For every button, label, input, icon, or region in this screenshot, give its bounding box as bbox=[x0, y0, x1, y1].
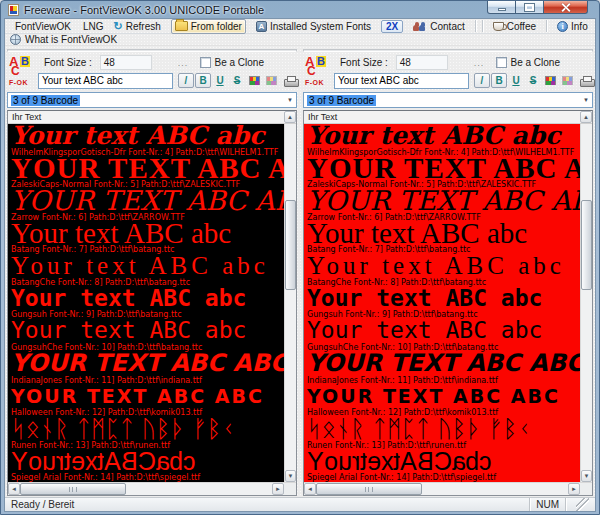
minimize-button[interactable] bbox=[487, 1, 516, 14]
vertical-scroll-thumb[interactable] bbox=[285, 200, 296, 290]
italic-button[interactable]: / bbox=[178, 73, 194, 88]
menu-fontviewok[interactable]: FontViewOK bbox=[9, 21, 77, 32]
vertical-scrollbar[interactable]: ▼ bbox=[284, 124, 296, 482]
panel-splitter[interactable] bbox=[303, 49, 593, 52]
scroll-left-button[interactable]: ◄ bbox=[304, 483, 316, 495]
font-list-item[interactable]: Your text ABC abc WilhelmKlingsporGotisc… bbox=[304, 124, 580, 157]
be-a-clone-option[interactable]: Be a Clone bbox=[496, 57, 560, 68]
horizontal-scroll-track[interactable] bbox=[20, 483, 272, 495]
font-list-item[interactable]: Your text ABC abc BatangChe Font-Nr.: 8]… bbox=[8, 254, 284, 287]
underline-button[interactable]: U bbox=[508, 73, 524, 88]
zoom-2x-button[interactable]: 2X bbox=[381, 20, 403, 33]
scroll-left-button[interactable]: ◄ bbox=[8, 483, 20, 495]
strikethrough-button[interactable]: S bbox=[229, 73, 245, 88]
scroll-up-button[interactable]: ▲ bbox=[580, 111, 592, 123]
close-button[interactable] bbox=[543, 1, 588, 14]
strikethrough-button[interactable]: S bbox=[525, 73, 541, 88]
font-preview-list[interactable]: Your text ABC abc WilhelmKlingsporGotisc… bbox=[8, 124, 284, 482]
font-size-value[interactable]: 48 bbox=[396, 55, 448, 70]
horizontal-scrollbar[interactable]: ◄ ► bbox=[304, 482, 592, 495]
chevron-down-icon[interactable]: ▼ bbox=[583, 97, 589, 103]
from-folder-button[interactable]: From folder bbox=[171, 19, 246, 34]
font-list-item[interactable]: Your text ABC abc Zarrow Font-Nr.: 6] Pa… bbox=[8, 189, 284, 222]
font-list-item[interactable]: Your text ABC abc ZaleskiCaps-Normal Fon… bbox=[304, 157, 580, 190]
horizontal-scroll-thumb[interactable] bbox=[20, 483, 126, 495]
menu-lng[interactable]: LNG bbox=[77, 21, 110, 32]
title-bar[interactable]: Freeware - FontViewOK 3.00 UNICODE Porta… bbox=[4, 1, 596, 18]
font-file-label: GungsuhChe Font-Nr.: 10] Path:D:\ttf\bat… bbox=[11, 343, 284, 352]
font-list-item[interactable]: Your text ABC abc Halloween Font-Nr.: 12… bbox=[304, 385, 580, 418]
scroll-right-button[interactable]: ► bbox=[272, 483, 284, 495]
underline-button[interactable]: U bbox=[212, 73, 228, 88]
maximize-button[interactable] bbox=[516, 1, 543, 14]
horizontal-scroll-thumb[interactable] bbox=[316, 483, 422, 495]
statusbar-separator bbox=[565, 498, 566, 511]
be-a-clone-option[interactable]: Be a Clone bbox=[200, 57, 264, 68]
font-list-item[interactable]: Your text ABC abc IndianaJones Font-Nr.:… bbox=[304, 352, 580, 385]
scroll-right-button[interactable]: ► bbox=[568, 483, 580, 495]
panel-splitter[interactable] bbox=[7, 49, 297, 52]
info-button[interactable]: i Info bbox=[553, 19, 592, 34]
print-button[interactable] bbox=[280, 73, 296, 88]
horizontal-scrollbar[interactable]: ◄ ► bbox=[8, 482, 296, 495]
installed-system-fonts-button[interactable]: A Installed System Fonts bbox=[252, 19, 375, 34]
contact-button[interactable]: Contact bbox=[409, 19, 468, 34]
font-list-item[interactable]: Your text ABC abc Spiegel Arial Font-Nr.… bbox=[304, 450, 580, 483]
app-icon bbox=[8, 4, 19, 16]
scroll-down-button[interactable]: ▼ bbox=[285, 470, 296, 482]
font-list-item[interactable]: Your text ABC abc Spiegel Arial Font-Nr.… bbox=[8, 450, 284, 483]
scroll-up-button[interactable]: ▲ bbox=[284, 111, 296, 123]
font-list-item[interactable]: Your text ABC abc ZaleskiCaps-Normal Fon… bbox=[8, 157, 284, 190]
font-list-item[interactable]: Your text ABC abc GungsuhChe Font-Nr.: 1… bbox=[8, 319, 284, 352]
horizontal-scroll-track[interactable] bbox=[316, 483, 568, 495]
font-list-item[interactable]: Your text ABC abc Batang Font-Nr.: 7] Pa… bbox=[304, 222, 580, 255]
print-button[interactable] bbox=[576, 73, 592, 88]
font-list-item[interactable]: Your text ABC abc GungsuhChe Font-Nr.: 1… bbox=[304, 319, 580, 352]
font-list-item[interactable]: ᛋᛟᚾᚱ ᛏᛗᛈᛏ ᚢᛒᚦ ᚠᛒᚲ Runen Font-Nr.: 13] Pa… bbox=[304, 417, 580, 450]
font-sample-text: Your text ABC abc bbox=[307, 222, 580, 246]
sample-text-input[interactable] bbox=[334, 73, 469, 89]
be-a-clone-label: Be a Clone bbox=[215, 57, 264, 68]
font-list-item[interactable]: Your text ABC abc WilhelmKlingsporGotisc… bbox=[8, 124, 284, 157]
be-a-clone-checkbox[interactable] bbox=[496, 57, 507, 68]
font-list-item[interactable]: Your text ABC abc IndianaJones Font-Nr.:… bbox=[8, 352, 284, 385]
italic-button[interactable]: / bbox=[474, 73, 490, 88]
background-color-button[interactable] bbox=[263, 73, 279, 88]
font-preview-list[interactable]: Your text ABC abc WilhelmKlingsporGotisc… bbox=[304, 124, 580, 482]
bold-button[interactable]: B bbox=[195, 73, 211, 88]
coffee-button[interactable]: Coffee bbox=[489, 19, 540, 34]
background-color-button[interactable] bbox=[559, 73, 575, 88]
font-list-item[interactable]: Your text ABC abc BatangChe Font-Nr.: 8]… bbox=[304, 254, 580, 287]
font-select-combo[interactable]: 3 of 9 Barcode ▼ bbox=[7, 92, 297, 108]
font-size-slider[interactable]: ... bbox=[474, 58, 485, 68]
font-sample-text: Your text ABC abc bbox=[307, 319, 580, 343]
scroll-down-button[interactable]: ▼ bbox=[581, 470, 592, 482]
be-a-clone-checkbox[interactable] bbox=[200, 57, 211, 68]
font-size-slider[interactable]: ... bbox=[178, 58, 189, 68]
chevron-down-icon[interactable]: ▼ bbox=[287, 97, 293, 103]
font-list-item[interactable]: Your text ABC abc Batang Font-Nr.: 7] Pa… bbox=[8, 222, 284, 255]
text-color-button[interactable] bbox=[542, 73, 558, 88]
num-lock-indicator: NUM bbox=[536, 499, 559, 510]
status-text: Ready / Bereit bbox=[11, 499, 74, 510]
font-list-item[interactable]: Your text ABC abc Gungsuh Font-Nr.: 9] P… bbox=[304, 287, 580, 320]
vertical-scroll-track[interactable] bbox=[581, 124, 592, 470]
vertical-scrollbar[interactable]: ▼ bbox=[580, 124, 592, 482]
bold-button[interactable]: B bbox=[491, 73, 507, 88]
font-list-item[interactable]: ᛋᛟᚾᚱ ᛏᛗᛈᛏ ᚢᛒᚦ ᚠᛒᚲ Runen Font-Nr.: 13] Pa… bbox=[8, 417, 284, 450]
font-sample-text: Your text ABC abc bbox=[11, 385, 284, 409]
vertical-scroll-thumb[interactable] bbox=[581, 200, 592, 290]
sample-text-input[interactable] bbox=[38, 73, 173, 89]
font-size-value[interactable]: 48 bbox=[100, 55, 152, 70]
refresh-button[interactable]: ↻ Refresh bbox=[110, 19, 165, 34]
vertical-scroll-track[interactable] bbox=[285, 124, 296, 470]
font-list-item[interactable]: Your text ABC abc Gungsuh Font-Nr.: 9] P… bbox=[8, 287, 284, 320]
what-is-fontviewok-link[interactable]: What is FontViewOK bbox=[25, 34, 117, 45]
resize-grip[interactable] bbox=[576, 498, 589, 511]
font-list-item[interactable]: Your text ABC abc Halloween Font-Nr.: 12… bbox=[8, 385, 284, 418]
text-color-button[interactable] bbox=[246, 73, 262, 88]
background-color-icon bbox=[266, 76, 277, 85]
font-file-label: Spiegel Arial Font-Nr.: 14] Path:D:\ttf\… bbox=[11, 473, 284, 482]
font-list-item[interactable]: Your text ABC abc Zarrow Font-Nr.: 6] Pa… bbox=[304, 189, 580, 222]
font-select-combo[interactable]: 3 of 9 Barcode ▼ bbox=[303, 92, 593, 108]
